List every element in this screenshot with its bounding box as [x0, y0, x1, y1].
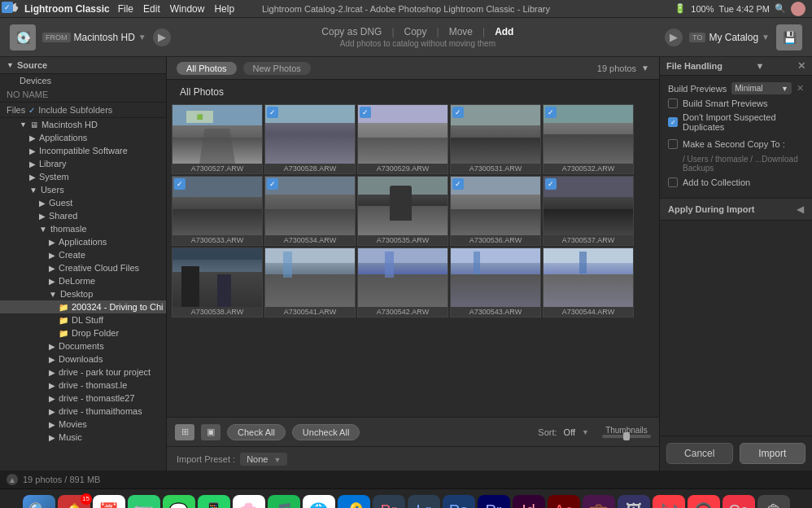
sidebar-item-applications2[interactable]: ▶ Applications	[0, 235, 166, 248]
table-row[interactable]: ✓ A7300535.ARW	[357, 176, 448, 246]
prev-arrow[interactable]: ▶	[665, 28, 683, 46]
sidebar-item-drop-folder[interactable]: 📁 Drop Folder	[0, 326, 166, 339]
photo-checkbox[interactable]: ✓	[267, 178, 278, 190]
tab-all-photos[interactable]: All Photos	[177, 62, 237, 75]
table-row[interactable]: ✓ A7300528.ARW	[264, 104, 356, 174]
sidebar-item-library[interactable]: ▶ Library	[0, 157, 166, 170]
next-arrow[interactable]: ▶	[153, 28, 171, 46]
search-icon[interactable]: 🔍	[775, 3, 786, 14]
user-avatar[interactable]	[791, 2, 805, 16]
preset-dropdown[interactable]: None ▼	[240, 453, 287, 466]
photo-grid[interactable]: ✓ All Photos ✓ 🟩 A7300527.ARW	[167, 80, 659, 417]
sidebar-item-applications[interactable]: ▶ Applications	[0, 131, 166, 144]
table-row[interactable]: ✓ A7300531.ARW	[450, 104, 541, 174]
dock-facetime-icon[interactable]: 📷	[128, 495, 160, 509]
build-smart-previews-checkbox[interactable]	[668, 99, 678, 108]
dock-bridge-icon[interactable]: Br	[373, 495, 405, 509]
dock-photos-icon[interactable]: 🌸	[233, 495, 265, 509]
sidebar-item-creative-cloud[interactable]: ▶ Creative Cloud Files	[0, 261, 166, 274]
build-previews-close-icon[interactable]: ✕	[797, 83, 804, 94]
dock-notifications-icon[interactable]: 🔔 15	[58, 495, 90, 509]
apply-during-import-section[interactable]: Apply During Import ◀	[660, 199, 812, 221]
dock-calendar-icon[interactable]: 📅	[93, 495, 125, 509]
sort-value[interactable]: Off	[564, 427, 575, 437]
import-button[interactable]: Import	[740, 443, 806, 464]
table-row[interactable]: ✓ 🟩 A7300527.ARW	[172, 104, 263, 174]
dock-trash-icon[interactable]: 🗑	[757, 495, 790, 509]
file-handling-header[interactable]: File Handling ▼ ✕	[660, 57, 812, 76]
build-smart-previews-row[interactable]: Build Smart Previews	[668, 99, 804, 108]
dock-premiere-icon[interactable]: Pr	[478, 495, 510, 509]
sidebar-item-macintosh-hd[interactable]: ▼ 🖥 Macintosh HD	[0, 118, 166, 131]
sidebar-item-music[interactable]: ▶ Music	[0, 431, 166, 444]
dock-chrome-icon[interactable]: 🌐	[303, 495, 335, 509]
dock-photoshop-icon[interactable]: Ps	[443, 495, 475, 509]
dock-itunes-icon[interactable]: 🎧	[688, 495, 720, 509]
sidebar-item-drive-thumai[interactable]: ▶ drive - thumaithomas	[0, 405, 166, 418]
sidebar-item-users[interactable]: ▼ Users	[0, 183, 166, 196]
sidebar-item-drive-thomastle27[interactable]: ▶ drive - thomastle27	[0, 392, 166, 405]
menu-file[interactable]: File	[118, 3, 133, 15]
table-row[interactable]: ✓ A7300542.ARW	[357, 247, 448, 318]
build-previews-dropdown[interactable]: Minimal ▼	[731, 82, 792, 94]
slider-handle[interactable]	[623, 432, 630, 440]
dont-import-checkbox[interactable]	[668, 117, 678, 127]
close-panel-icon[interactable]: ✕	[797, 60, 805, 72]
include-subfolders-label[interactable]: Include Subfolders	[38, 105, 112, 115]
add-to-collection-row[interactable]: Add to Collection	[668, 177, 804, 187]
uncheck-all-button[interactable]: Uncheck All	[292, 424, 360, 440]
sidebar-item-guest[interactable]: ▶ Guest	[0, 196, 166, 209]
second-copy-checkbox[interactable]	[668, 139, 678, 149]
dock-adobecc-icon[interactable]: Cc	[723, 495, 755, 509]
table-row[interactable]: ✓ A7300533.ARW	[172, 176, 263, 246]
table-row[interactable]: ✓ A7300532.ARW	[543, 104, 634, 174]
add-btn[interactable]: Add	[495, 26, 513, 37]
dock-indesign-icon[interactable]: Id	[513, 495, 545, 509]
dock-lightroom-icon[interactable]: Lr	[408, 495, 440, 509]
sidebar-item-drive-park[interactable]: ▶ drive - park tour project	[0, 366, 166, 379]
dock-acrobat-icon[interactable]: Ac	[548, 495, 580, 509]
sidebar-item-desktop[interactable]: ▼ Desktop	[0, 287, 166, 300]
photo-checkbox[interactable]: ✓	[174, 178, 186, 190]
copy-btn[interactable]: Copy	[404, 26, 427, 37]
dock-music-icon[interactable]: 🎶	[653, 495, 685, 509]
source-section-header[interactable]: ▼ Source	[0, 57, 166, 74]
sidebar-item-movies[interactable]: ▶ Movies	[0, 418, 166, 431]
table-row[interactable]: ✓ A7300538.ARW	[172, 247, 263, 318]
table-row[interactable]: ✓ A7300543.ARW	[450, 247, 541, 318]
photo-checkbox[interactable]: ✓	[545, 178, 557, 190]
photo-checkbox[interactable]: ✓	[452, 107, 464, 118]
table-row[interactable]: ✓ A7300529.ARW	[357, 104, 448, 174]
sidebar-item-dl-stuff[interactable]: 📁 DL Stuff	[0, 313, 166, 326]
sidebar-item-shared[interactable]: ▶ Shared	[0, 209, 166, 222]
menu-edit[interactable]: Edit	[143, 3, 160, 15]
sidebar-item-system[interactable]: ▶ System	[0, 170, 166, 183]
photo-checkbox[interactable]: ✓	[452, 178, 464, 190]
sidebar-item-create[interactable]: ▶ Create	[0, 248, 166, 261]
cancel-button[interactable]: Cancel	[666, 443, 733, 464]
dock-messages-icon[interactable]: 💬	[163, 495, 195, 509]
grid-view-btn[interactable]: ⊞	[175, 424, 194, 440]
add-to-collection-checkbox[interactable]	[668, 177, 678, 187]
photo-checkbox[interactable]: ✓	[545, 107, 557, 118]
thumbnail-size-slider[interactable]	[602, 435, 651, 438]
sidebar-item-devices[interactable]: Devices	[0, 74, 166, 87]
loupe-view-btn[interactable]: ▣	[201, 424, 220, 440]
dock-whatsapp-icon[interactable]: 📱	[198, 495, 230, 509]
photo-checkbox[interactable]: ✓	[267, 107, 278, 118]
status-expand-icon[interactable]: ▲	[7, 474, 18, 485]
sidebar-item-thomasle[interactable]: ▼ thomasle	[0, 222, 166, 235]
sidebar-item-documents[interactable]: ▶ Documents	[0, 339, 166, 353]
sidebar-item-incompatible[interactable]: ▶ Incompatible Software	[0, 144, 166, 157]
tab-new-photos[interactable]: New Photos	[243, 62, 311, 75]
menu-window[interactable]: Window	[170, 3, 205, 15]
table-row[interactable]: ✓ A7300534.ARW	[264, 176, 356, 246]
dock-slack-icon[interactable]: 💼	[583, 495, 615, 509]
sidebar-item-downloads[interactable]: ▶ Downloads	[0, 353, 166, 366]
sidebar-item-200324[interactable]: 📁 200324 - Driving to Chi	[0, 300, 166, 313]
photo-checkbox[interactable]: ✓	[360, 107, 371, 118]
copy-as-dng-btn[interactable]: Copy as DNG	[321, 26, 382, 37]
dock-spotify-icon[interactable]: 🎵	[268, 495, 300, 509]
table-row[interactable]: ✓ A7300544.ARW	[543, 247, 634, 318]
check-all-button[interactable]: Check All	[227, 424, 286, 440]
